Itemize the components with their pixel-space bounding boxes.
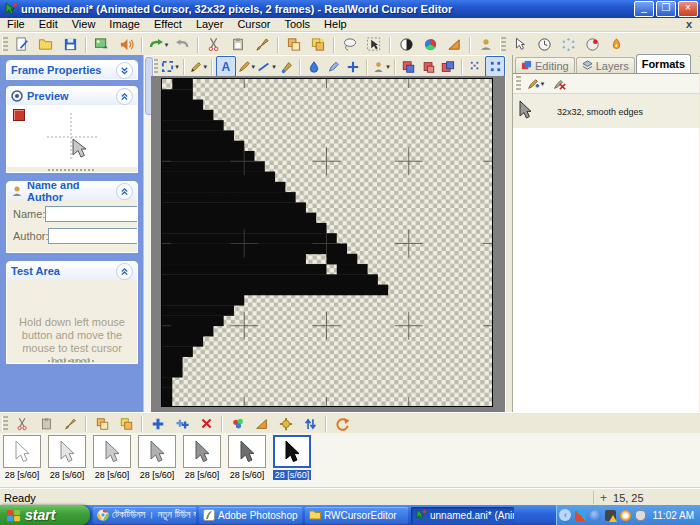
record-icon[interactable] (580, 34, 604, 55)
picker-tool-icon[interactable] (324, 56, 344, 77)
frame-thumbnail-4[interactable]: 28 [s/60] (137, 435, 177, 480)
menu-item-view[interactable]: View (65, 18, 103, 31)
close-button[interactable]: × (678, 1, 698, 17)
undo-dropdown-icon[interactable]: ▾ (165, 41, 169, 49)
frame-thumbnail-2[interactable]: 28 [s/60] (47, 435, 87, 480)
menu-item-help[interactable]: Help (317, 18, 354, 31)
menu-item-cursor[interactable]: Cursor (230, 18, 277, 31)
title-bar[interactable]: unnamed.ani* (Animated Cursor, 32x32 pix… (0, 0, 700, 18)
menu-item-effect[interactable]: Effect (147, 18, 189, 31)
taskbar-task-1[interactable]: টেকটিউনস । নতুন টিউন কর... (93, 507, 196, 524)
frame-thumbnail-5[interactable]: 28 [s/60] (182, 435, 222, 480)
menu-item-edit[interactable]: Edit (32, 18, 65, 31)
drop-tool-icon[interactable] (304, 56, 324, 77)
clone-frame-icon[interactable] (114, 413, 138, 434)
delete-format-icon[interactable] (547, 73, 571, 94)
preview-header[interactable]: Preview (7, 87, 137, 105)
undo-icon[interactable]: ▾ (146, 34, 170, 55)
loop-animation-icon[interactable] (330, 413, 354, 434)
chevron-up-icon[interactable] (116, 183, 133, 200)
grid-small-icon[interactable] (466, 56, 486, 77)
menu-item-layer[interactable]: Layer (189, 18, 231, 31)
menu-item-file[interactable]: File (0, 18, 32, 31)
redo-icon[interactable] (170, 34, 194, 55)
chevron-up-icon[interactable] (116, 88, 133, 105)
spinner-icon[interactable] (556, 34, 580, 55)
toolbar-grip[interactable] (2, 37, 8, 53)
pixel-canvas[interactable] (161, 78, 493, 407)
flame-icon[interactable] (604, 34, 628, 55)
contrast-icon[interactable] (394, 34, 418, 55)
fill-tool-icon[interactable] (277, 56, 297, 77)
messenger-icon[interactable] (590, 510, 601, 521)
clone-frames-icon[interactable] (306, 34, 330, 55)
author-icon[interactable] (474, 34, 498, 55)
add-format-icon[interactable]: ▾ (523, 73, 547, 94)
frame-thumbnail-3[interactable]: 28 [s/60] (92, 435, 132, 480)
paint-frame-icon[interactable] (58, 413, 82, 434)
frame-thumbnail-6[interactable]: 28 [s/60] (227, 435, 267, 480)
frame-thumbnail-1[interactable]: 28 [s/60] (2, 435, 42, 480)
brush-tool-icon[interactable]: ▾ (236, 56, 257, 77)
person-tool-icon[interactable]: ▾ (371, 56, 391, 77)
frame-image[interactable] (228, 435, 266, 468)
toolbar-grip[interactable] (153, 59, 158, 75)
gamma-icon[interactable] (442, 34, 466, 55)
tab-layers[interactable]: Layers (576, 57, 635, 73)
selection-tool-icon[interactable]: ▾ (160, 56, 180, 77)
paint-icon[interactable] (250, 34, 274, 55)
name-author-header[interactable]: Name and Author (7, 182, 137, 200)
gamma-frame-icon[interactable] (250, 413, 274, 434)
start-button[interactable]: start (0, 505, 90, 525)
hotspot-tool-icon[interactable] (344, 56, 364, 77)
frame-image[interactable] (93, 435, 131, 468)
flip-v-icon[interactable] (418, 56, 438, 77)
export-image-icon[interactable] (90, 34, 114, 55)
pencil-tool-icon[interactable]: ▾ (188, 56, 209, 77)
flip-h-icon[interactable] (399, 56, 419, 77)
toolbar-grip[interactable] (500, 37, 506, 53)
cut-frame-icon[interactable] (10, 413, 34, 434)
toolbar-grip[interactable] (2, 416, 8, 432)
taskbar-task-3[interactable]: RWCursorEditor (305, 507, 408, 524)
pointer-select-icon[interactable] (362, 34, 386, 55)
frame-image[interactable] (183, 435, 221, 468)
windows-update-icon[interactable] (575, 510, 586, 521)
text-tool-icon[interactable]: A (216, 56, 236, 77)
sound-icon[interactable] (114, 34, 138, 55)
frame-image[interactable] (273, 435, 311, 468)
burner-icon[interactable] (620, 510, 631, 521)
taskbar-task-2[interactable]: Adobe Photoshop (199, 507, 302, 524)
author-field[interactable] (48, 228, 138, 244)
test-area-surface[interactable]: Hold down left mouse button and move the… (7, 280, 137, 358)
copy-frame-icon[interactable] (90, 413, 114, 434)
frame-image[interactable] (48, 435, 86, 468)
tray-chevron-icon[interactable]: ‹ (559, 509, 571, 521)
wizard-icon[interactable] (226, 413, 250, 434)
tab-formats[interactable]: Formats (636, 54, 691, 73)
color-wheel-icon[interactable] (418, 34, 442, 55)
mouse-icon[interactable] (635, 510, 646, 521)
chevron-down-icon[interactable] (116, 62, 133, 79)
frame-image[interactable] (138, 435, 176, 468)
paste-frame-icon[interactable] (34, 413, 58, 434)
toolbar-grip[interactable] (515, 76, 521, 92)
format-list-item[interactable]: 32x32, smooth edges (513, 94, 699, 128)
clock-icon[interactable] (532, 34, 556, 55)
line-tool-icon[interactable]: ▾ (256, 56, 277, 77)
lasso-icon[interactable] (338, 34, 362, 55)
alert-icon[interactable] (605, 510, 616, 521)
taskbar-task-4[interactable]: unnamed.ani* (Anima... (411, 507, 514, 524)
grid-large-icon[interactable] (485, 56, 505, 77)
gear-icon[interactable] (274, 413, 298, 434)
cut-icon[interactable] (202, 34, 226, 55)
save-icon[interactable] (58, 34, 82, 55)
frame-properties-header[interactable]: Frame Properties (7, 61, 137, 79)
menu-item-image[interactable]: Image (102, 18, 147, 31)
reorder-frames-icon[interactable] (298, 413, 322, 434)
test-pointer-icon[interactable] (508, 34, 532, 55)
copy-frames-icon[interactable] (282, 34, 306, 55)
tab-editing[interactable]: Editing (515, 57, 575, 73)
duplicate-frame-icon[interactable] (170, 413, 194, 434)
rotate-icon[interactable] (438, 56, 458, 77)
